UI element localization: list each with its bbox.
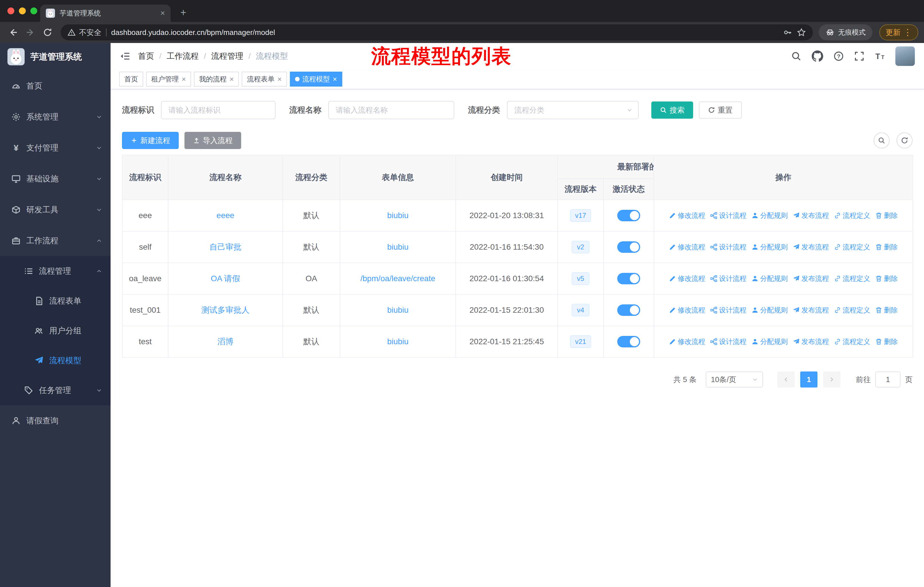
- action-publish-process[interactable]: 发布流程: [793, 306, 829, 315]
- browser-tab[interactable]: 芋道管理系统 ×: [40, 5, 171, 22]
- action-edit-process[interactable]: 修改流程: [669, 243, 705, 251]
- action-assign-rule[interactable]: 分配规则: [752, 211, 788, 220]
- forward-button[interactable]: [23, 25, 38, 40]
- sidebar-item-process-model[interactable]: 流程模型: [0, 346, 111, 375]
- form-info-link[interactable]: biubiu: [387, 306, 409, 314]
- sidebar-item-workflow[interactable]: 工作流程: [0, 225, 111, 256]
- address-bar[interactable]: 不安全 dashboard.yudao.iocoder.cn/bpm/manag…: [61, 24, 813, 40]
- window-close-button[interactable]: [7, 7, 14, 14]
- new-tab-button[interactable]: +: [177, 6, 190, 20]
- form-info-link[interactable]: biubiu: [387, 337, 409, 346]
- tag-home[interactable]: 首页: [119, 72, 143, 86]
- process-name-link[interactable]: eeee: [216, 211, 234, 220]
- sidebar-item-user-group[interactable]: 用户分组: [0, 316, 111, 346]
- sidebar-item-process-form[interactable]: 流程表单: [0, 286, 111, 316]
- action-process-definition[interactable]: 流程定义: [834, 211, 870, 220]
- current-page-button[interactable]: 1: [800, 372, 817, 387]
- form-info-link[interactable]: biubiu: [387, 211, 409, 220]
- action-process-definition[interactable]: 流程定义: [834, 274, 870, 283]
- breadcrumb-item[interactable]: 首页: [138, 51, 154, 62]
- action-edit-process[interactable]: 修改流程: [669, 306, 705, 315]
- sidebar-item-payment[interactable]: ¥ 支付管理: [0, 132, 111, 164]
- action-delete[interactable]: 删除: [875, 211, 898, 220]
- action-delete[interactable]: 删除: [875, 337, 898, 346]
- tag-close-icon[interactable]: ×: [229, 75, 234, 83]
- action-process-definition[interactable]: 流程定义: [834, 337, 870, 346]
- fullscreen-icon[interactable]: [854, 51, 865, 61]
- form-info-link[interactable]: biubiu: [387, 243, 409, 251]
- active-toggle[interactable]: [617, 304, 640, 316]
- active-toggle[interactable]: [617, 210, 640, 221]
- action-design-process[interactable]: 设计流程: [710, 211, 746, 220]
- process-category-select[interactable]: 流程分类: [507, 101, 639, 119]
- action-delete[interactable]: 删除: [875, 243, 898, 251]
- action-delete[interactable]: 删除: [875, 274, 898, 283]
- tag-my-process[interactable]: 我的流程×: [194, 72, 239, 86]
- tag-close-icon[interactable]: ×: [182, 75, 186, 83]
- process-name-link[interactable]: OA 请假: [211, 274, 240, 283]
- action-publish-process[interactable]: 发布流程: [793, 337, 829, 346]
- active-toggle[interactable]: [617, 241, 640, 253]
- form-info-link[interactable]: /bpm/oa/leave/create: [360, 274, 436, 283]
- font-size-icon[interactable]: TT: [875, 51, 885, 61]
- back-button[interactable]: [6, 25, 21, 40]
- sidebar-item-process-mgmt[interactable]: 流程管理: [0, 256, 111, 286]
- action-design-process[interactable]: 设计流程: [710, 243, 746, 251]
- security-indicator[interactable]: 不安全: [68, 28, 101, 38]
- reset-button[interactable]: 重置: [699, 101, 742, 119]
- tag-process-form[interactable]: 流程表单×: [242, 72, 287, 86]
- sidebar-item-system[interactable]: 系统管理: [0, 101, 111, 132]
- action-process-definition[interactable]: 流程定义: [834, 306, 870, 315]
- reload-button[interactable]: [40, 25, 55, 40]
- bookmark-star-icon[interactable]: [797, 28, 806, 37]
- action-assign-rule[interactable]: 分配规则: [752, 337, 788, 346]
- process-name-link[interactable]: 自己审批: [210, 243, 241, 251]
- process-name-link[interactable]: 滔博: [218, 337, 233, 346]
- goto-page-input[interactable]: [875, 372, 901, 387]
- browser-menu-icon[interactable]: ⋮: [903, 28, 912, 37]
- sidebar-item-task-mgmt[interactable]: 任务管理: [0, 375, 111, 405]
- breadcrumb-item[interactable]: 工作流程: [167, 51, 199, 62]
- action-publish-process[interactable]: 发布流程: [793, 211, 829, 220]
- action-assign-rule[interactable]: 分配规则: [752, 243, 788, 251]
- next-page-button[interactable]: [823, 372, 840, 387]
- window-zoom-button[interactable]: [30, 7, 37, 14]
- process-id-input[interactable]: [161, 101, 276, 119]
- window-minimize-button[interactable]: [19, 7, 26, 14]
- search-icon[interactable]: [791, 51, 802, 61]
- action-edit-process[interactable]: 修改流程: [669, 274, 705, 283]
- sidebar-item-leave-query[interactable]: 请假查询: [0, 405, 111, 436]
- github-icon[interactable]: [812, 50, 823, 62]
- avatar[interactable]: [895, 46, 915, 66]
- process-name-link[interactable]: 测试多审批人: [201, 306, 249, 314]
- sidebar-item-infra[interactable]: 基础设施: [0, 164, 111, 194]
- breadcrumb-item[interactable]: 流程管理: [211, 51, 243, 62]
- help-icon[interactable]: ?: [833, 51, 844, 61]
- active-toggle[interactable]: [617, 273, 640, 284]
- active-toggle[interactable]: [617, 336, 640, 347]
- page-size-select[interactable]: 10条/页: [706, 372, 763, 387]
- tag-close-icon[interactable]: ×: [277, 75, 282, 83]
- action-edit-process[interactable]: 修改流程: [669, 337, 705, 346]
- tag-tenant-mgmt[interactable]: 租户管理×: [146, 72, 191, 86]
- tab-close-icon[interactable]: ×: [160, 8, 165, 18]
- action-design-process[interactable]: 设计流程: [710, 274, 746, 283]
- prev-page-button[interactable]: [777, 372, 795, 387]
- browser-update-button[interactable]: 更新 ⋮: [879, 24, 918, 40]
- sidebar-item-devtools[interactable]: 研发工具: [0, 194, 111, 225]
- process-name-input[interactable]: [328, 101, 454, 119]
- action-assign-rule[interactable]: 分配规则: [752, 274, 788, 283]
- search-button[interactable]: 搜索: [651, 101, 693, 119]
- action-edit-process[interactable]: 修改流程: [669, 211, 705, 220]
- sidebar-item-home[interactable]: 首页: [0, 71, 111, 101]
- password-key-icon[interactable]: [783, 28, 792, 37]
- sidebar-fold-icon[interactable]: [120, 51, 130, 61]
- action-delete[interactable]: 删除: [875, 306, 898, 315]
- action-publish-process[interactable]: 发布流程: [793, 274, 829, 283]
- action-process-definition[interactable]: 流程定义: [834, 243, 870, 251]
- tag-close-icon[interactable]: ×: [333, 75, 337, 83]
- refresh-table-button[interactable]: [896, 132, 912, 149]
- action-design-process[interactable]: 设计流程: [710, 337, 746, 346]
- action-assign-rule[interactable]: 分配规则: [752, 306, 788, 315]
- toggle-search-button[interactable]: [874, 132, 889, 149]
